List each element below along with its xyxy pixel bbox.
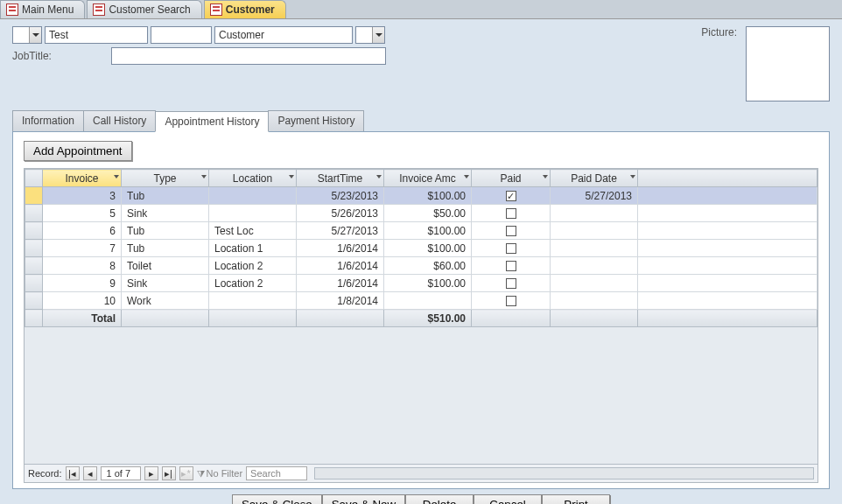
cell-invoice[interactable]: 9	[43, 275, 122, 292]
tab-call-history[interactable]: Call History	[83, 110, 156, 131]
cell-paid-date[interactable]	[551, 205, 638, 222]
cell-type[interactable]: Tub	[122, 187, 209, 205]
cell-invoice[interactable]: 6	[43, 222, 122, 240]
cell-type[interactable]: Sink	[122, 205, 209, 222]
checkbox-icon[interactable]	[506, 278, 516, 289]
title-combo[interactable]	[12, 26, 42, 44]
nav-first-button[interactable]: |◂	[66, 466, 80, 480]
column-header-starttime[interactable]: StartTime	[297, 170, 384, 187]
table-row[interactable]: 5Sink5/26/2013$50.00	[25, 205, 817, 222]
cell-paid-date[interactable]	[551, 257, 638, 275]
cell-starttime[interactable]: 1/8/2014	[297, 292, 384, 310]
cell-type[interactable]: Tub	[122, 222, 209, 240]
row-selector[interactable]	[25, 187, 43, 205]
cell-location[interactable]	[209, 205, 297, 222]
checkbox-icon[interactable]	[506, 243, 516, 254]
cell-paid-date[interactable]: 5/27/2013	[551, 187, 638, 205]
tab-information[interactable]: Information	[12, 110, 84, 131]
cell-starttime[interactable]: 5/26/2013	[297, 205, 384, 222]
search-input[interactable]: Search	[246, 466, 307, 480]
cell-location[interactable]: Location 1	[209, 240, 297, 257]
print-button[interactable]: Print	[542, 494, 610, 504]
column-header-invoice-amc[interactable]: Invoice Amc	[384, 170, 472, 187]
nav-next-button[interactable]: ▸	[144, 466, 158, 480]
first-name-input[interactable]: Test	[45, 26, 148, 44]
cell-type[interactable]: Work	[122, 292, 209, 310]
cell-starttime[interactable]: 5/23/2013	[297, 187, 384, 205]
save-close-button[interactable]: Save & Close	[232, 494, 322, 504]
cell-starttime[interactable]: 1/6/2014	[297, 240, 384, 257]
cell-location[interactable]	[209, 292, 297, 310]
picture-box[interactable]	[746, 26, 830, 102]
suffix-combo[interactable]	[355, 26, 385, 44]
cell-invoice[interactable]: 8	[43, 257, 122, 275]
window-tab-customer-search[interactable]: Customer Search	[87, 0, 201, 18]
cell-starttime[interactable]: 1/6/2014	[297, 275, 384, 292]
column-header-invoice[interactable]: Invoice	[43, 170, 122, 187]
cell-type[interactable]: Sink	[122, 275, 209, 292]
cell-invoice[interactable]: 10	[43, 292, 122, 310]
cell-amount[interactable]: $60.00	[384, 257, 472, 275]
horizontal-scrollbar[interactable]	[314, 467, 814, 480]
row-selector[interactable]	[25, 222, 43, 240]
delete-button[interactable]: Delete	[405, 494, 474, 504]
cell-starttime[interactable]: 1/6/2014	[297, 257, 384, 275]
checkbox-icon[interactable]	[506, 208, 516, 219]
cell-invoice[interactable]: 7	[43, 240, 122, 257]
cell-location[interactable]: Location 2	[209, 257, 297, 275]
checkbox-icon[interactable]	[506, 226, 516, 236]
table-row[interactable]: 7TubLocation 11/6/2014$100.00	[25, 240, 817, 257]
column-header-paid-date[interactable]: Paid Date	[551, 170, 638, 187]
nav-new-button[interactable]: ▸*	[179, 466, 193, 480]
table-row[interactable]: 10Work1/8/2014	[25, 292, 817, 310]
row-selector[interactable]	[25, 240, 43, 257]
cell-paid[interactable]	[472, 187, 551, 205]
column-header-type[interactable]: Type	[122, 170, 209, 187]
cell-amount[interactable]: $100.00	[384, 222, 472, 240]
window-tab-main-menu[interactable]: Main Menu	[0, 0, 85, 18]
last-name-input[interactable]: Customer	[214, 26, 353, 44]
cell-amount[interactable]: $100.00	[384, 275, 472, 292]
cell-paid[interactable]	[472, 205, 551, 222]
window-tab-customer[interactable]: Customer	[204, 0, 286, 18]
table-row[interactable]: 3Tub5/23/2013$100.005/27/2013	[25, 187, 817, 205]
column-header-location[interactable]: Location	[209, 170, 297, 187]
cell-type[interactable]: Toilet	[122, 257, 209, 275]
record-position[interactable]: 1 of 7	[101, 466, 141, 480]
row-selector[interactable]	[25, 205, 43, 222]
row-selector-header[interactable]	[25, 170, 43, 187]
cell-paid[interactable]	[472, 222, 551, 240]
row-selector[interactable]	[25, 292, 43, 310]
table-row[interactable]: 8ToiletLocation 21/6/2014$60.00	[25, 257, 817, 275]
cell-location[interactable]	[209, 187, 297, 205]
cell-type[interactable]: Tub	[122, 240, 209, 257]
cell-invoice[interactable]: 3	[43, 187, 122, 205]
cell-amount[interactable]: $50.00	[384, 205, 472, 222]
cell-location[interactable]: Test Loc	[209, 222, 297, 240]
cell-paid[interactable]	[472, 292, 551, 310]
nav-prev-button[interactable]: ◂	[83, 466, 97, 480]
row-selector[interactable]	[25, 275, 43, 292]
nav-last-button[interactable]: ▸|	[162, 466, 176, 480]
add-appointment-button[interactable]: Add Appointment	[24, 141, 132, 161]
cell-paid[interactable]	[472, 257, 551, 275]
cell-paid-date[interactable]	[551, 222, 638, 240]
table-row[interactable]: 9SinkLocation 21/6/2014$100.00	[25, 275, 817, 292]
cell-paid-date[interactable]	[551, 275, 638, 292]
cell-paid-date[interactable]	[551, 292, 638, 310]
cell-starttime[interactable]: 5/27/2013	[297, 222, 384, 240]
tab-appointment-history[interactable]: Appointment History	[155, 111, 269, 132]
cancel-button[interactable]: Cancel	[474, 494, 542, 504]
cell-paid[interactable]	[472, 240, 551, 257]
jobtitle-input[interactable]	[111, 47, 386, 65]
tab-payment-history[interactable]: Payment History	[268, 110, 364, 131]
cell-location[interactable]: Location 2	[209, 275, 297, 292]
checkbox-icon[interactable]	[506, 191, 516, 201]
row-selector[interactable]	[25, 257, 43, 275]
cell-amount[interactable]	[384, 292, 472, 310]
checkbox-icon[interactable]	[506, 296, 516, 306]
checkbox-icon[interactable]	[506, 261, 516, 271]
cell-amount[interactable]: $100.00	[384, 187, 472, 205]
save-new-button[interactable]: Save & New	[322, 494, 405, 504]
middle-name-input[interactable]	[151, 26, 212, 44]
